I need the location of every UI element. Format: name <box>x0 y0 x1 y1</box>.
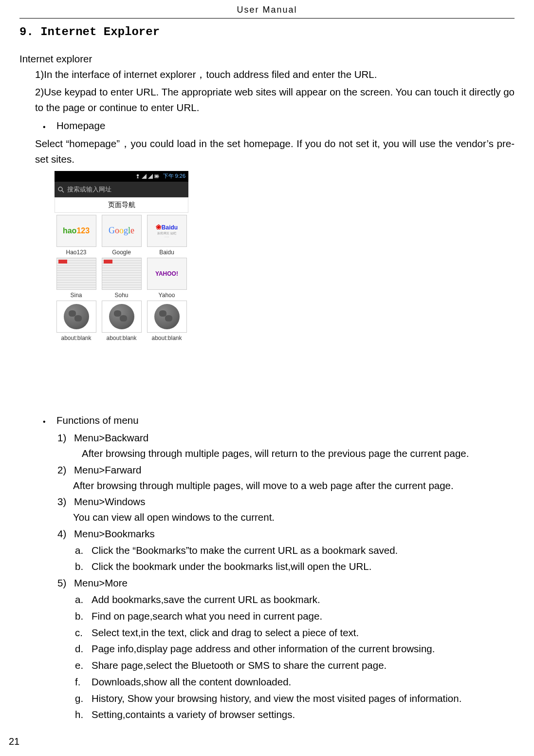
menu-sub-letter: h. <box>75 707 92 722</box>
bullet-homepage: Homepage <box>43 118 515 134</box>
thumb-label: Sina <box>55 292 98 299</box>
menu-sub-letter: c. <box>75 625 92 641</box>
menu-item-number: 1) <box>57 430 74 446</box>
thumb-blank-1[interactable]: about:blank <box>55 301 98 341</box>
status-bar: 下午 9:26 <box>55 171 188 182</box>
svg-line-5 <box>62 190 64 192</box>
menu-sub-text: Find on page,search what you need in cur… <box>92 608 322 624</box>
section-heading: 9. Internet Explorer <box>19 25 515 38</box>
thumb-sohu-image <box>102 258 142 290</box>
menu-item-number: 4) <box>57 526 74 542</box>
globe-icon <box>56 301 96 333</box>
signal-icon <box>148 174 153 179</box>
menu-sub-item: b.Find on page,search what you need in c… <box>75 608 515 624</box>
thumb-yahoo-image: YAHOO! <box>147 258 187 290</box>
svg-point-0 <box>136 174 139 176</box>
search-icon <box>57 186 64 193</box>
menu-item: 5)Menu>More <box>57 575 515 591</box>
menu-sub-text: Downloads,show all the content downloade… <box>92 674 291 690</box>
menu-sub-item: d.Page info,display page address and oth… <box>75 641 515 657</box>
menu-sub-item: h.Setting,containts a variety of browser… <box>75 707 515 722</box>
thumb-sohu[interactable]: Sohu <box>100 258 143 299</box>
thumb-blank-2[interactable]: about:blank <box>100 301 143 341</box>
menu-sub-letter: b. <box>75 608 92 624</box>
menu-sub-item: g.History, Show your browsing history, a… <box>75 691 515 706</box>
menu-item-description: You can view all open windows to the cur… <box>73 510 515 525</box>
paragraph-2: 2)Use keypad to enter URL. The appropria… <box>35 84 515 115</box>
menu-item-number: 5) <box>57 575 74 591</box>
menu-item-title: Menu>Farward <box>74 462 141 478</box>
thumb-sina[interactable]: Sina <box>55 258 98 299</box>
thumb-label: about:blank <box>145 335 188 341</box>
svg-rect-2 <box>158 176 159 177</box>
bullet-homepage-label: Homepage <box>56 118 105 133</box>
menu-item-title: Menu>More <box>74 575 128 591</box>
menu-list: 1)Menu>BackwardAfter browsing through mu… <box>19 430 515 722</box>
intro-line: Internet explorer <box>19 53 515 65</box>
bullet-dot-icon <box>43 413 56 429</box>
menu-sub-letter: f. <box>75 674 92 690</box>
menu-item-description: After browsing through multiple pages, w… <box>82 446 515 461</box>
menu-sub-text: History, Show your browsing history, and… <box>92 691 461 706</box>
menu-item-number: 3) <box>57 494 74 510</box>
thumb-label: Google <box>100 249 143 256</box>
menu-sub-item: a.Add bookmarks,save the current URL as … <box>75 592 515 607</box>
thumb-yahoo[interactable]: YAHOO! Yahoo <box>145 258 188 299</box>
menu-sub-text: Setting,containts a variety of browser s… <box>92 707 295 722</box>
menu-sub-text: Add bookmarks,save the current URL as bo… <box>92 592 320 607</box>
menu-sub-item: b.Click the bookmark under the bookmarks… <box>75 559 515 574</box>
thumb-google-image: Google <box>102 215 142 247</box>
menu-sub-letter: g. <box>75 691 92 706</box>
menu-item-title: Menu>Backward <box>74 430 148 446</box>
menu-sub-text: Page info,display page address and other… <box>92 641 435 657</box>
menu-item-description: After browsing through multiple pages, w… <box>73 478 515 493</box>
thumb-label: Sohu <box>100 292 143 299</box>
menu-item: 3)Menu>Windows <box>57 494 515 510</box>
menu-sub-letter: d. <box>75 641 92 657</box>
battery-icon <box>154 174 159 179</box>
status-icons <box>135 174 159 179</box>
menu-item: 4)Menu>Bookmarks <box>57 526 515 542</box>
menu-sub-letter: e. <box>75 658 92 673</box>
signal-icon <box>142 174 147 179</box>
thumb-hao123[interactable]: hao123 Hao123 <box>55 215 98 256</box>
page-number: 21 <box>9 736 19 747</box>
thumb-label: Hao123 <box>55 249 98 256</box>
menu-item-title: Menu>Bookmarks <box>74 526 155 542</box>
bullet-functions: Functions of menu <box>43 413 515 429</box>
thumb-blank-3[interactable]: about:blank <box>145 301 188 341</box>
menu-sub-text: Share page,select the Bluetooth or SMS t… <box>92 658 387 673</box>
nav-title: 页面导航 <box>55 197 188 213</box>
thumb-label: Baidu <box>145 249 188 256</box>
globe-icon <box>102 301 142 333</box>
thumb-label: about:blank <box>55 335 98 341</box>
phone-screenshot: 下午 9:26 搜索或输入网址 页面导航 hao123 Hao123 Googl… <box>55 171 188 341</box>
menu-sub-text: Select text,in the text, click and drag … <box>92 625 359 641</box>
svg-point-4 <box>58 187 62 191</box>
thumb-label: about:blank <box>100 335 143 341</box>
thumb-baidu-image: ❀Baidu 新闻 网页 贴吧······ <box>147 215 187 247</box>
menu-sub-item: a.Click the “Bookmarks”to make the curre… <box>75 543 515 558</box>
menu-sub-letter: a. <box>75 543 92 558</box>
address-placeholder: 搜索或输入网址 <box>67 185 111 194</box>
menu-sub-letter: a. <box>75 592 92 607</box>
bullet-functions-label: Functions of menu <box>56 413 139 428</box>
menu-sub-item: c.Select text,in the text, click and dra… <box>75 625 515 641</box>
menu-sub-text: Click the “Bookmarks”to make the current… <box>92 543 398 558</box>
header-rule <box>19 18 515 19</box>
menu-item-title: Menu>Windows <box>74 494 145 510</box>
bullet-dot-icon <box>43 118 56 134</box>
globe-icon <box>147 301 187 333</box>
menu-sub-item: e.Share page,select the Bluetooth or SMS… <box>75 658 515 673</box>
thumb-sina-image <box>56 258 96 290</box>
svg-rect-3 <box>155 175 158 177</box>
thumb-baidu[interactable]: ❀Baidu 新闻 网页 贴吧······ Baidu <box>145 215 188 256</box>
menu-sub-letter: b. <box>75 559 92 574</box>
page-header: User Manual <box>19 5 515 15</box>
menu-sub-item: f.Downloads,show all the content downloa… <box>75 674 515 690</box>
menu-item: 2)Menu>Farward <box>57 462 515 478</box>
page: User Manual 9. Internet Explorer Interne… <box>0 0 534 756</box>
address-bar[interactable]: 搜索或输入网址 <box>55 182 188 197</box>
menu-sub-text: Click the bookmark under the bookmarks l… <box>92 559 371 574</box>
thumb-google[interactable]: Google Google <box>100 215 143 256</box>
